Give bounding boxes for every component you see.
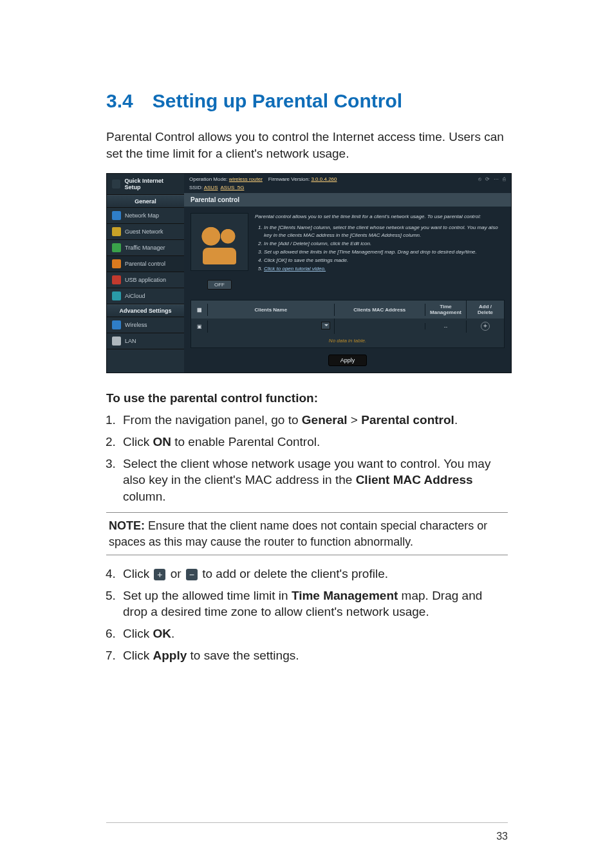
enable-toggle[interactable]: OFF <box>207 280 232 290</box>
page-number: 33 <box>496 831 508 842</box>
sidebar-advanced-header: Advanced Settings <box>107 304 184 317</box>
footer-rule <box>106 822 508 823</box>
minus-icon: − <box>186 569 198 580</box>
plus-icon: + <box>154 569 165 580</box>
parental-control-icon <box>112 259 121 268</box>
table-input-row: ▣ -- + <box>191 319 504 334</box>
wand-icon <box>112 180 120 189</box>
ss-header-ssid: SSID: ASUS ASUS_5G <box>184 185 511 193</box>
router-screenshot: Quick Internet Setup General Network Map… <box>106 173 512 373</box>
add-client-button[interactable]: + <box>481 322 490 331</box>
quick-setup-label: Quick Internet Setup <box>124 178 179 190</box>
step-3: Select the client whose network usage yo… <box>119 456 508 505</box>
time-mgmt-cell: -- <box>425 320 467 333</box>
sidebar-general-header: General <box>107 195 184 208</box>
note-box: NOTE: Ensure that the client name does n… <box>106 512 508 555</box>
col-clients-name: Clients Name <box>208 304 335 316</box>
ss-header: Operation Mode: wireless router Firmware… <box>184 174 511 185</box>
section-heading: 3.4 Setting up Parental Control <box>106 90 508 112</box>
step-6: Click OK. <box>119 625 508 642</box>
table-header-row: ▦ Clients Name Clients MAC Address Time … <box>191 300 504 319</box>
usb-app-icon <box>112 275 121 284</box>
panel-title: Parental control <box>184 193 511 207</box>
col-select: ▦ <box>191 304 208 316</box>
sidebar-item-aicloud[interactable]: AiCloud <box>107 288 184 304</box>
apply-button[interactable]: Apply <box>328 355 367 366</box>
step-4: Click + or − to add or delete the client… <box>119 566 508 582</box>
instruction-list-b: Click + or − to add or delete the client… <box>119 566 508 663</box>
sidebar-item-guest-network[interactable]: Guest Network <box>107 224 184 240</box>
lan-icon <box>112 337 121 346</box>
instructions-subheading: To use the parental control function: <box>106 391 508 405</box>
header-utility-icons: ⎋ ⟳ ⋯ ⎙ <box>478 176 506 182</box>
parental-illustration <box>191 213 248 271</box>
client-mac-input[interactable] <box>335 323 425 329</box>
ss-sidebar: Quick Internet Setup General Network Map… <box>107 174 184 373</box>
guest-network-icon <box>112 227 121 236</box>
step-1: From the navigation panel, go to General… <box>119 412 508 429</box>
instruction-list-a: From the navigation panel, go to General… <box>119 412 508 504</box>
ssid-1-link[interactable]: ASUS <box>204 185 218 190</box>
quick-internet-setup[interactable]: Quick Internet Setup <box>107 174 184 195</box>
sidebar-item-network-map[interactable]: Network Map <box>107 208 184 224</box>
sidebar-item-usb-application[interactable]: USB application <box>107 272 184 288</box>
col-clients-mac: Clients MAC Address <box>335 304 425 316</box>
clients-table: ▦ Clients Name Clients MAC Address Time … <box>191 300 505 348</box>
step-7: Click Apply to save the settings. <box>119 647 508 664</box>
traffic-manager-icon <box>112 243 121 252</box>
row-select-icon[interactable]: ▣ <box>197 324 202 329</box>
fw-version-link[interactable]: 3.0.0.4.260 <box>311 176 337 182</box>
wireless-icon <box>112 320 121 329</box>
sidebar-item-lan[interactable]: LAN <box>107 333 184 349</box>
panel-description: Parental control allows you to set the t… <box>255 213 505 290</box>
col-add-delete: Add / Delete <box>467 300 504 319</box>
logout-icon[interactable]: ⎋ <box>478 176 481 182</box>
tutorial-video-link[interactable]: Click to open tutorial video. <box>264 266 326 272</box>
sidebar-item-wireless[interactable]: Wireless <box>107 317 184 333</box>
client-name-select[interactable] <box>321 322 330 329</box>
note-label: NOTE: <box>109 519 145 532</box>
reboot-icon[interactable]: ⟳ <box>485 176 490 182</box>
op-mode-link[interactable]: wireless router <box>229 176 263 182</box>
step-2: Click ON to enable Parental Control. <box>119 434 508 450</box>
ssid-2-link[interactable]: ASUS_5G <box>221 185 245 190</box>
col-time-mgmt: Time Management <box>425 300 467 319</box>
sidebar-item-traffic-manager[interactable]: Traffic Manager <box>107 240 184 256</box>
network-map-icon <box>112 211 121 220</box>
print-icon[interactable]: ⎙ <box>503 176 506 182</box>
table-empty-row: No data in table. <box>191 334 504 347</box>
intro-paragraph: Parental Control allows you to control t… <box>106 129 508 162</box>
step-5: Set up the allowed time limit in Time Ma… <box>119 587 508 620</box>
aicloud-icon <box>112 291 121 300</box>
ss-main: Operation Mode: wireless router Firmware… <box>184 174 511 373</box>
sidebar-item-parental-control[interactable]: Parental control <box>107 256 184 272</box>
note-text: Ensure that the client name does not con… <box>109 519 487 548</box>
language-icon[interactable]: ⋯ <box>494 176 499 182</box>
